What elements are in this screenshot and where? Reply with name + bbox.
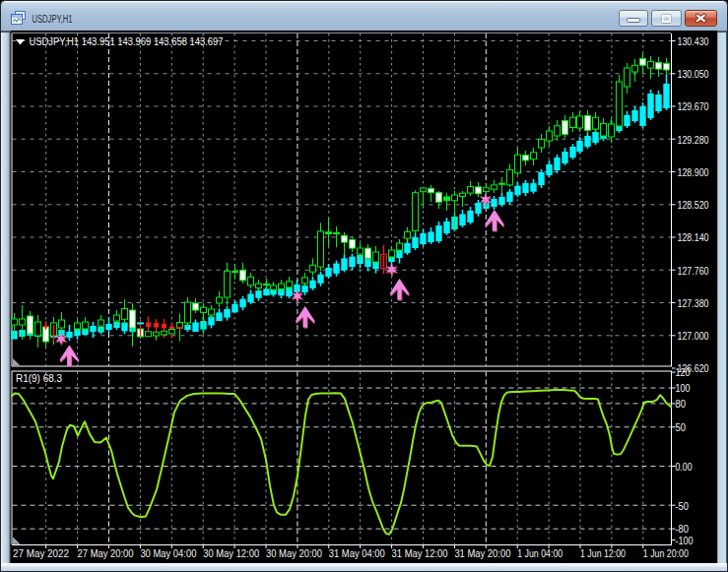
svg-text:30 May 20:00: 30 May 20:00: [266, 547, 322, 559]
svg-text:31 May 04:00: 31 May 04:00: [329, 547, 385, 559]
svg-text:127.380: 127.380: [678, 298, 709, 309]
svg-text:USDJPY,H1 143.951 143.969 143.: USDJPY,H1 143.951 143.969 143.658 143.69…: [30, 36, 224, 47]
svg-text:27 May 2022: 27 May 2022: [13, 547, 69, 559]
svg-text:-100: -100: [676, 536, 694, 546]
svg-text:0.00: 0.00: [676, 462, 693, 473]
svg-text:27 May 20:00: 27 May 20:00: [78, 547, 134, 559]
svg-text:130.050: 130.050: [678, 69, 709, 80]
svg-text:127.000: 127.000: [678, 331, 709, 342]
svg-text:31 May 12:00: 31 May 12:00: [392, 547, 448, 559]
svg-text:USDJPY,H1: USDJPY,H1: [33, 14, 73, 25]
svg-text:-50: -50: [676, 501, 690, 512]
svg-text:128.520: 128.520: [678, 200, 709, 211]
svg-text:127.760: 127.760: [678, 266, 709, 277]
svg-text:128.900: 128.900: [678, 167, 709, 178]
svg-text:-80: -80: [676, 524, 690, 535]
svg-text:129.280: 129.280: [678, 135, 709, 146]
svg-text:1 Jun 12:00: 1 Jun 12:00: [580, 547, 626, 559]
svg-text:30 May 12:00: 30 May 12:00: [203, 547, 259, 559]
svg-text:1 Jun 04:00: 1 Jun 04:00: [517, 547, 563, 559]
svg-text:50: 50: [676, 422, 687, 433]
svg-text:R1(9) 68.3: R1(9) 68.3: [16, 373, 62, 384]
svg-text:30 May 04:00: 30 May 04:00: [140, 547, 196, 559]
svg-text:31 May 20:00: 31 May 20:00: [454, 547, 510, 559]
svg-text:100: 100: [676, 383, 691, 394]
svg-text:129.670: 129.670: [678, 101, 709, 112]
svg-text:130.430: 130.430: [678, 36, 709, 47]
svg-text:1 Jun 20:00: 1 Jun 20:00: [643, 547, 689, 559]
svg-text:120: 120: [676, 367, 691, 378]
svg-text:80: 80: [676, 399, 687, 410]
svg-text:128.140: 128.140: [678, 232, 709, 243]
